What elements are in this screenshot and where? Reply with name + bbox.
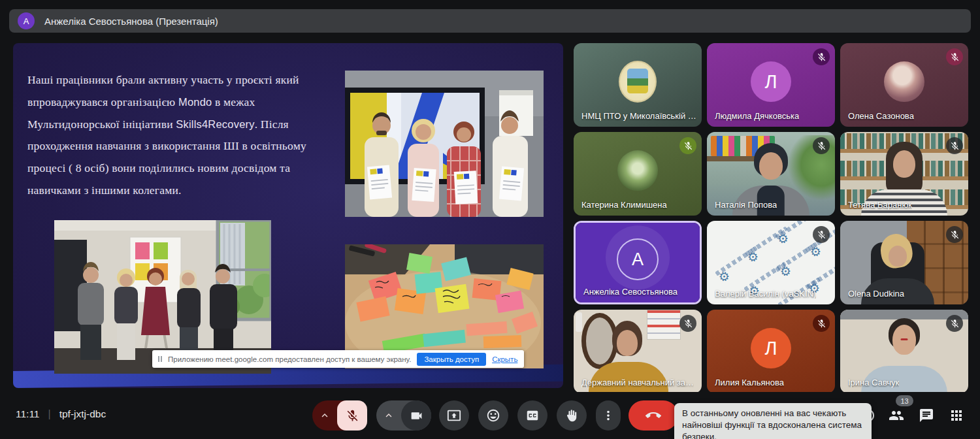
organization-logo xyxy=(619,61,657,103)
captions-icon xyxy=(525,408,540,423)
chevron-up-icon xyxy=(319,410,331,421)
smiley-icon xyxy=(486,408,500,423)
pause-icon[interactable] xyxy=(158,356,162,362)
participant-name-label: НМЦ ПТО у Миколаївській … xyxy=(581,111,696,121)
camera-icon xyxy=(410,409,423,423)
present-icon xyxy=(447,408,461,423)
mic-off-badge xyxy=(813,137,830,154)
slide-brand-mondo: Mondo xyxy=(178,96,212,108)
mic-off-badge xyxy=(813,48,830,65)
raise-hand-button[interactable] xyxy=(557,400,587,431)
bottom-control-bar: 11:11 | tpf-jxtj-dbc 13 В останньому оно… xyxy=(0,392,980,439)
presenter-avatar: А xyxy=(18,12,35,29)
mic-off-badge xyxy=(679,137,696,154)
mic-off-icon xyxy=(817,52,826,62)
participant-grid: НМЦ ПТО у Миколаївській … Л Людмила Дячк… xyxy=(574,43,968,393)
meet-window: А Анжеліка Севостьянова (Презентація) На… xyxy=(0,0,980,439)
participant-name-label: Наталія Попова xyxy=(715,200,777,210)
shared-screen-presentation[interactable]: Наші працівники брали активну участь у п… xyxy=(13,43,563,388)
mic-off-badge xyxy=(946,48,963,65)
captions-button[interactable] xyxy=(517,400,547,431)
participant-name-label: Лилия Кальянова xyxy=(715,378,784,387)
mic-off-icon xyxy=(950,141,960,151)
participant-tile[interactable]: ⚙ ⚙ ⚙ ⚙ ⚙ ⚙ ⚙ Валерій Василін (vaSKIN) xyxy=(707,221,835,304)
participant-tile[interactable]: Ірина Савчук xyxy=(840,310,968,393)
participant-name-label: Ірина Савчук xyxy=(848,378,899,387)
participant-tile[interactable]: Олена Сазонова xyxy=(840,43,968,127)
mic-off-badge xyxy=(813,315,830,332)
mic-options-chevron[interactable] xyxy=(312,410,337,421)
mic-off-badge xyxy=(946,315,963,332)
camera-button-group[interactable] xyxy=(376,400,431,431)
slide-text-part: Наші працівники брали активну участь у п… xyxy=(27,73,299,108)
end-call-button[interactable] xyxy=(629,400,678,431)
mic-off-icon xyxy=(346,409,359,423)
participant-name-label: Валерій Василін (vaSKIN) xyxy=(715,289,816,299)
present-screen-button[interactable] xyxy=(439,400,469,431)
participant-tile[interactable]: Olena Dudkina xyxy=(840,221,968,304)
slide-paragraph: Наші працівники брали активну участь у п… xyxy=(27,69,345,202)
participant-tile[interactable]: Тетяна Баранюк xyxy=(840,132,968,216)
avatar: Л xyxy=(751,328,791,368)
update-tooltip: В останньому оновленні на вас чекають на… xyxy=(674,403,872,439)
hide-notice-link[interactable]: Скрыть xyxy=(492,355,517,363)
apps-grid-icon xyxy=(949,408,964,423)
camera-toggle-button[interactable] xyxy=(401,400,431,431)
mic-off-icon xyxy=(950,319,960,329)
avatar-photo xyxy=(617,150,658,191)
participant-tile[interactable]: НМЦ ПТО у Миколаївській … xyxy=(574,43,702,127)
mic-off-icon xyxy=(950,230,960,240)
slide-photo-certificates xyxy=(345,71,544,217)
chevron-up-icon xyxy=(383,410,395,421)
meeting-info: 11:11 | tpf-jxtj-dbc xyxy=(16,408,106,420)
end-call-icon xyxy=(645,408,661,423)
more-options-button[interactable] xyxy=(596,400,621,431)
participant-tile[interactable]: Л Людмила Дячковська xyxy=(707,43,835,127)
mic-off-icon xyxy=(683,319,693,329)
chat-button[interactable] xyxy=(912,401,941,430)
mic-off-icon xyxy=(817,230,826,240)
mic-off-badge xyxy=(679,315,696,332)
stop-sharing-button[interactable]: Закрыть доступ xyxy=(417,353,486,366)
participant-name-label: Тетяна Баранюк xyxy=(848,200,912,210)
participant-name-label: Олена Сазонова xyxy=(848,111,914,121)
participant-tile[interactable]: Л Лилия Кальянова xyxy=(707,310,835,393)
participant-count-badge: 13 xyxy=(896,395,913,406)
presentation-header-tile[interactable]: А Анжеліка Севостьянова (Презентація) xyxy=(9,9,971,33)
raise-hand-icon xyxy=(564,408,579,423)
meeting-code: tpf-jxtj-dbc xyxy=(59,408,106,420)
mic-off-icon xyxy=(817,319,826,329)
mic-off-icon xyxy=(683,141,693,151)
screen-share-notice-text: Приложению meet.google.com предоставлен … xyxy=(168,355,411,363)
mic-off-badge xyxy=(946,137,963,154)
clock-time: 11:11 xyxy=(16,408,40,420)
mic-off-icon xyxy=(817,141,826,151)
participant-tile-active-speaker[interactable]: А Анжеліка Севостьянова xyxy=(574,221,702,304)
mic-off-badge xyxy=(946,226,963,243)
slide-brand-skills4recovery: Skills4Recovery xyxy=(176,118,254,130)
divider: | xyxy=(48,408,51,420)
avatar-photo xyxy=(884,61,924,102)
mic-off-icon xyxy=(950,52,960,62)
more-vert-icon xyxy=(601,408,615,423)
mic-toggle-button[interactable] xyxy=(337,400,367,431)
participant-tile[interactable]: Катерина Климишена xyxy=(574,132,702,216)
avatar: А xyxy=(617,238,659,280)
reactions-button[interactable] xyxy=(478,400,508,431)
chat-icon xyxy=(919,408,934,423)
mic-off-badge xyxy=(813,226,830,243)
participant-name-label: Анжеліка Севостьянова xyxy=(583,287,678,297)
participant-tile[interactable]: Наталія Попова xyxy=(707,132,835,216)
presentation-title: Анжеліка Севостьянова (Презентація) xyxy=(44,16,218,27)
people-icon xyxy=(889,408,904,423)
camera-options-chevron[interactable] xyxy=(376,410,401,421)
avatar: Л xyxy=(751,61,791,102)
participant-tile[interactable]: Державний навчальний за… xyxy=(574,310,702,393)
mic-button-group[interactable] xyxy=(312,400,367,431)
activities-button[interactable] xyxy=(942,401,971,430)
participant-name-label: Olena Dudkina xyxy=(848,289,904,299)
screen-share-notice: Приложению meet.google.com предоставлен … xyxy=(152,350,524,368)
participant-name-label: Катерина Климишена xyxy=(581,200,667,210)
participant-name-label: Державний навчальний за… xyxy=(581,378,694,387)
participant-name-label: Людмила Дячковська xyxy=(715,111,799,121)
